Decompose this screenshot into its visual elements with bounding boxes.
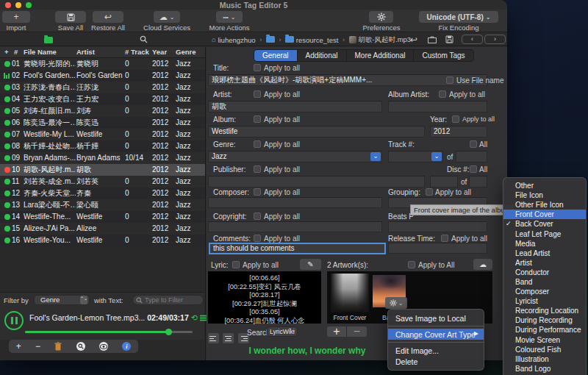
submenu-item-media[interactable]: Media	[503, 239, 586, 249]
comments-apply-checkbox[interactable]	[254, 235, 261, 242]
artist-input[interactable]: 胡歌	[208, 101, 382, 113]
table-row[interactable]: 04王力宏-改变自…王力宏02012Jazz	[0, 93, 205, 105]
publisher-input[interactable]	[208, 176, 425, 188]
column-genre[interactable]: Genre	[176, 48, 196, 56]
remove-artwork-button[interactable]: −	[347, 326, 367, 337]
menu-item-delete[interactable]: Delete	[388, 356, 484, 367]
album-apply-checkbox[interactable]	[254, 115, 261, 123]
tab-general[interactable]: General	[254, 50, 298, 61]
submenu-item-lead-artist[interactable]: Lead Artist	[503, 249, 586, 258]
submenu-item-leaf-let-page[interactable]: Leaf Let Page	[503, 229, 586, 238]
copyright-input[interactable]	[208, 221, 382, 232]
track-total-input[interactable]	[456, 151, 487, 162]
submenu-item-illustration[interactable]: Illustration	[503, 354, 586, 364]
progress-thumb[interactable]	[165, 329, 172, 335]
preview-button[interactable]	[99, 342, 108, 351]
filter-search-input[interactable]: Type to Filter	[132, 295, 204, 305]
artist-apply-checkbox[interactable]	[254, 90, 261, 98]
download-artwork-button[interactable]: ☁	[473, 259, 492, 270]
previous-file-button[interactable]: ‹	[462, 35, 483, 44]
submenu-item-conductor[interactable]: Conductor	[503, 268, 586, 277]
composer-apply-checkbox[interactable]	[254, 188, 261, 196]
restore-all-button[interactable]: ↩	[93, 11, 123, 23]
pause-button[interactable]	[4, 311, 24, 330]
genre-apply-checkbox[interactable]	[254, 140, 261, 148]
year-input[interactable]: 2012	[430, 126, 487, 138]
submenu-item-band-logo[interactable]: Band Logo	[503, 364, 586, 374]
release-apply-checkbox[interactable]	[441, 235, 448, 242]
submenu-item-movie-screen[interactable]: Movie Screen	[503, 335, 586, 345]
title-apply-checkbox[interactable]	[254, 64, 261, 71]
list-search-button[interactable]	[140, 35, 148, 43]
lyric-source-select[interactable]: LyricWiki ⌃⌄	[267, 326, 298, 337]
table-row[interactable]: 15Alizee-J'Ai Pa...Alizee2012Jazz	[0, 223, 205, 235]
track-dropdown-button[interactable]: ⌄	[431, 152, 442, 161]
table-row[interactable]: 06陈奕迅-最冷一…陈奕迅2012Jazz	[0, 117, 205, 129]
submenu-item-band[interactable]: Band	[503, 277, 586, 287]
artwork-apply-checkbox[interactable]	[408, 261, 415, 268]
table-row[interactable]: 08杨千嬅-处处吻...杨千嬅02012Jazz	[0, 140, 205, 152]
submenu-item-front-cover[interactable]: Front Cover	[503, 210, 586, 219]
album-input[interactable]: Westlife	[208, 126, 425, 138]
folder-icon[interactable]	[285, 36, 294, 43]
more-actions-button[interactable]: ••• ⌄	[216, 11, 243, 23]
column-track[interactable]: # Track	[125, 48, 149, 56]
grouping-apply-checkbox[interactable]	[426, 188, 433, 196]
genre-dropdown-button[interactable]: ⌄	[370, 152, 381, 161]
table-row[interactable]: 02Fool's Garden...Fool's Garden02012Jazz	[0, 70, 205, 82]
title-input[interactable]: 琅琊榜主题曲《风起时》-胡歌演唱+定稿MMM+...	[208, 74, 487, 86]
tab-additional[interactable]: Additional	[298, 50, 347, 61]
submenu-item-during-recording[interactable]: During Recording	[503, 315, 586, 325]
submenu-item-composer[interactable]: Composer	[503, 287, 586, 296]
align-center-button[interactable]	[223, 333, 234, 343]
track-all-checkbox[interactable]	[470, 140, 477, 148]
add-artwork-button[interactable]: +	[327, 326, 347, 337]
disc-total-input[interactable]	[469, 176, 487, 188]
cloud-services-button[interactable]: ☁ ⌄	[154, 11, 180, 23]
column-year[interactable]: Year	[152, 48, 167, 56]
album-artist-input[interactable]	[388, 101, 487, 113]
table-row[interactable]: 07Westlife-My L...Westlife02012Jazz	[0, 129, 205, 140]
add-file-button[interactable]: +	[16, 341, 21, 351]
reveal-search-button[interactable]	[76, 342, 85, 351]
open-folder-button[interactable]	[44, 36, 53, 44]
breadcrumb-user[interactable]: liuhengzhuo	[218, 36, 255, 44]
progress-bar[interactable]	[25, 331, 193, 333]
table-row[interactable]: 12齐秦-火柴天堂....齐秦02012Jazz	[0, 188, 205, 199]
repeat-icon[interactable]: ⟲	[191, 313, 198, 322]
edit-lyric-button[interactable]: ✎	[300, 259, 321, 270]
artwork-front-cover[interactable]	[331, 274, 369, 312]
info-button[interactable]: i	[122, 342, 131, 351]
copyright-apply-checkbox[interactable]	[254, 213, 261, 220]
track-no-select[interactable]: ⌄	[388, 151, 443, 162]
lyric-apply-checkbox[interactable]	[232, 261, 240, 268]
lyric-box[interactable]: [00:06.66] [00:22.55]变幻 风云几卷 [00:28.17] …	[208, 271, 321, 324]
submenu-item-artist[interactable]: Artist	[503, 258, 586, 268]
table-row[interactable]: 14Westlife-The...Westlife02012Jazz	[0, 211, 205, 223]
submenu-item-coloured-fish[interactable]: Coloured Fish	[503, 345, 586, 354]
submenu-item-during-performance[interactable]: During Performance	[503, 325, 586, 335]
submenu-item-file-icon[interactable]: File Icon	[503, 190, 586, 200]
import-button[interactable]: +	[2, 11, 30, 23]
undo-button[interactable]: ↩	[410, 35, 417, 45]
beats-input[interactable]	[388, 221, 487, 232]
next-file-button[interactable]: ›	[484, 35, 506, 44]
column-status[interactable]: +	[4, 48, 9, 56]
table-row[interactable]: 09Bryan Adams-...Bryan Adams10/142012Jaz…	[0, 152, 205, 164]
column-filename[interactable]: File Name	[24, 48, 57, 56]
align-left-button[interactable]	[208, 333, 219, 343]
encoding-select[interactable]: Unicode (UTF-8) ⌄	[419, 11, 498, 23]
table-row[interactable]: 01黄晓明-光阴的…黄晓明02012Jazz	[0, 58, 205, 70]
comments-input[interactable]: this should be comments	[209, 243, 386, 254]
tab-custom-tags[interactable]: Custom Tags	[414, 50, 473, 61]
submenu-item-lyricist[interactable]: Lyricist	[503, 296, 586, 306]
album-artist-apply-checkbox[interactable]	[439, 90, 446, 98]
table-row[interactable]: 11刘若英-成全.m...刘若英02012Jazz	[0, 176, 205, 188]
save-all-button[interactable]	[55, 11, 86, 23]
preferences-button[interactable]	[369, 11, 393, 23]
table-row[interactable]: 03汪苏泷-青春白…汪苏泷02012Jazz	[0, 82, 205, 93]
menu-item-change-cover-type[interactable]: Change Cover Art Type ▶	[388, 329, 484, 340]
table-row[interactable]: 05刘涛-红颜旧.m...刘涛02012Jazz	[0, 105, 205, 117]
breadcrumb-file[interactable]: 胡歌-风起时.mp3	[358, 35, 411, 45]
release-time-input[interactable]	[388, 243, 487, 254]
